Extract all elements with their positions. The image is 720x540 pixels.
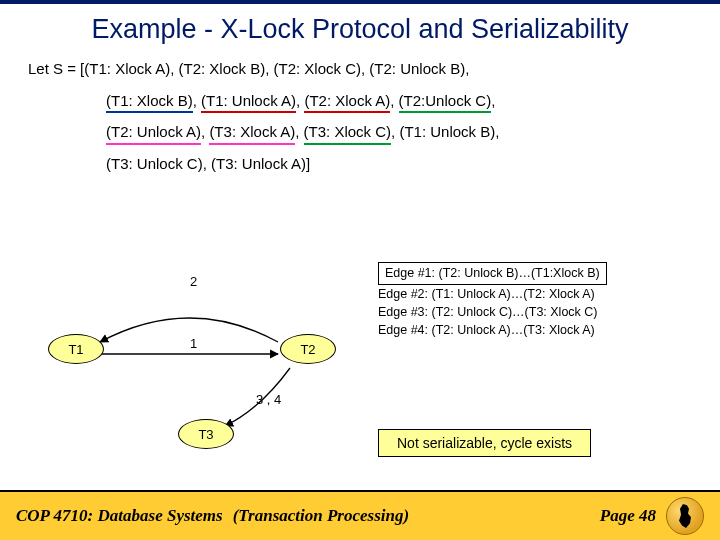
node-t3: T3	[178, 419, 234, 449]
edge-label-2: 2	[190, 274, 197, 289]
sched-line-2: (T1: Xlock B), (T1: Unlock A), (T2: Xloc…	[28, 91, 692, 111]
edge-label-3-4: 3 , 4	[256, 392, 281, 407]
node-t2: T2	[280, 334, 336, 364]
seg-t2-unlock-a: (T2: Unlock A)	[106, 122, 201, 142]
slide-footer: COP 4710: Database Systems (Transaction …	[0, 490, 720, 540]
result-box: Not serializable, cycle exists	[378, 429, 591, 457]
seg-t1-xlock-b: (T1: Xlock B)	[106, 91, 193, 111]
slide-title: Example - X-Lock Protocol and Serializab…	[0, 4, 720, 45]
seg-t3-xlock-c: (T3: Xlock C)	[304, 122, 392, 142]
seg-t2-unlock-c: (T2:Unlock C)	[399, 91, 492, 111]
ucf-logo-icon	[666, 497, 704, 535]
legend-edge-4: Edge #4: (T2: Unlock A)…(T3: Xlock A)	[378, 321, 708, 339]
graph-diagram: T1 T2 T3 2 1 3 , 4 Edge #1: (T2: Unlock …	[0, 254, 720, 474]
sched-l1-rest: (T1: Xlock A), (T2: Xlock B), (T2: Xlock…	[84, 60, 469, 77]
footer-course: COP 4710: Database Systems	[16, 506, 223, 526]
sched-prefix: Let S = [	[28, 60, 84, 77]
sched-line-3: (T2: Unlock A), (T3: Xlock A), (T3: Xloc…	[28, 122, 692, 142]
edge-label-1: 1	[190, 336, 197, 351]
sched-line-1: Let S = [(T1: Xlock A), (T2: Xlock B), (…	[28, 59, 692, 79]
footer-topic: (Transaction Processing)	[233, 506, 409, 526]
node-t1: T1	[48, 334, 104, 364]
legend-edge-2: Edge #2: (T1: Unlock A)…(T2: Xlock A)	[378, 285, 708, 303]
sched-line-4: (T3: Unlock C), (T3: Unlock A)]	[28, 154, 692, 174]
schedule-text: Let S = [(T1: Xlock A), (T2: Xlock B), (…	[0, 45, 720, 173]
seg-t2-xlock-a: (T2: Xlock A)	[304, 91, 390, 111]
legend-edge-1: Edge #1: (T2: Unlock B)…(T1:Xlock B)	[378, 262, 607, 285]
seg-l3-rest: , (T1: Unlock B),	[391, 123, 499, 140]
legend-edge-3: Edge #3: (T2: Unlock C)…(T3: Xlock C)	[378, 303, 708, 321]
seg-t1-unlock-a: (T1: Unlock A)	[201, 91, 296, 111]
seg-t3-xlock-a: (T3: Xlock A)	[209, 122, 295, 142]
footer-page: Page 48	[600, 506, 656, 526]
edge-legend: Edge #1: (T2: Unlock B)…(T1:Xlock B) Edg…	[378, 262, 708, 340]
